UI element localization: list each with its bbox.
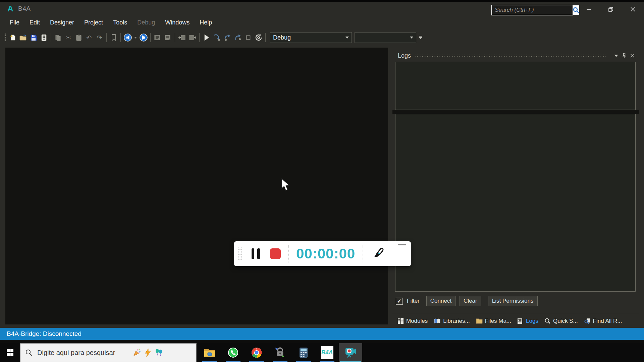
- taskbar-keepass[interactable]: [268, 343, 292, 362]
- navigate-back-dropdown[interactable]: [133, 33, 138, 43]
- recorder-timer: 00:00:00: [296, 246, 355, 262]
- clipboard-icon: [75, 34, 82, 41]
- undo-button: ↶: [84, 33, 94, 43]
- tab-label: Modules: [406, 318, 428, 324]
- keepass-icon: [274, 347, 286, 358]
- logs-splitter[interactable]: [392, 110, 639, 114]
- menu-tools[interactable]: Tools: [108, 17, 132, 28]
- toolbar-separator: [199, 33, 200, 42]
- toolbar-overflow-button[interactable]: [419, 36, 422, 39]
- stop-record-button[interactable]: [270, 248, 281, 259]
- toolbar-separator: [51, 33, 51, 42]
- ide-search-box[interactable]: [491, 5, 573, 15]
- stop-button: [243, 33, 253, 43]
- step-over-button: [222, 33, 232, 43]
- open-project-button[interactable]: [18, 33, 28, 43]
- stop-icon: [246, 35, 251, 40]
- log-summary-box[interactable]: [395, 62, 636, 110]
- taskbar-search-box[interactable]: [20, 343, 197, 362]
- filter-checkbox[interactable]: ✓: [396, 298, 403, 305]
- menu-project[interactable]: Project: [79, 17, 108, 28]
- taskbar-calculator[interactable]: [292, 343, 315, 362]
- comment-button: [152, 33, 163, 43]
- minimize-button[interactable]: [578, 2, 600, 17]
- code-editor-area[interactable]: [5, 48, 388, 324]
- status-bar: B4A-Bridge: Disconnected: [0, 328, 644, 340]
- menu-file[interactable]: File: [5, 17, 24, 28]
- windows-logo-icon: [7, 349, 13, 356]
- toolbar-separator: [120, 33, 121, 42]
- taskbar-file-explorer[interactable]: [198, 343, 221, 362]
- tab-files-manager[interactable]: Files Ma...: [473, 314, 514, 328]
- taskbar-screen-recorder[interactable]: [339, 343, 362, 362]
- copy-button: [53, 33, 63, 43]
- rebuild-button[interactable]: [253, 33, 264, 43]
- build-mode-dropdown[interactable]: Debug: [270, 32, 352, 43]
- screen-recorder-overlay[interactable]: 00:00:00: [234, 241, 411, 266]
- connect-button[interactable]: Connect: [426, 296, 455, 306]
- restore-button[interactable]: [600, 2, 622, 17]
- panel-drag-handle[interactable]: [415, 54, 608, 57]
- menu-designer[interactable]: Designer: [45, 17, 79, 28]
- recorder-drag-handle[interactable]: [237, 247, 242, 260]
- close-button[interactable]: [622, 2, 644, 17]
- b4a-icon: B4A: [321, 346, 333, 359]
- modules-icon: [397, 318, 404, 324]
- module-selector-dropdown[interactable]: [355, 32, 416, 43]
- pause-button[interactable]: [252, 248, 260, 259]
- step-over-icon: [223, 34, 231, 41]
- build-mode-value: Debug: [273, 34, 291, 41]
- save-button[interactable]: [28, 33, 39, 43]
- window-bottom-border: [0, 340, 644, 343]
- tab-logs[interactable]: Logs: [514, 314, 541, 328]
- export-project-button[interactable]: [39, 33, 49, 43]
- logs-controls: ✓ Filter Connect Clear List Permissions: [396, 296, 538, 306]
- taskbar-whatsapp[interactable]: [221, 343, 245, 362]
- paste-button: [73, 33, 84, 43]
- clear-button[interactable]: Clear: [460, 296, 481, 306]
- taskbar-chrome[interactable]: [245, 343, 268, 362]
- menu-bar: File Edit Designer Project Tools Debug W…: [0, 15, 644, 29]
- search-highlights[interactable]: [132, 348, 163, 357]
- navigate-back-button[interactable]: [122, 33, 133, 43]
- bookmark-icon: [111, 34, 117, 41]
- redo-button: ↷: [94, 33, 105, 43]
- taskbar: B4A: [0, 343, 644, 362]
- menu-edit[interactable]: Edit: [24, 17, 45, 28]
- run-button[interactable]: [201, 33, 212, 43]
- tab-label: Files Ma...: [485, 318, 511, 324]
- taskbar-search-input[interactable]: [37, 349, 132, 357]
- panel-close-button[interactable]: [628, 54, 636, 58]
- recorder-minimize-button[interactable]: [398, 244, 406, 245]
- navigate-forward-button[interactable]: [138, 33, 149, 43]
- search-input[interactable]: [492, 5, 573, 15]
- overflow-icon: [419, 36, 422, 37]
- tab-find-all-references[interactable]: Find All R...: [581, 314, 625, 328]
- panel-menu-button[interactable]: [612, 55, 620, 57]
- log-output-box[interactable]: [395, 114, 636, 292]
- menu-help[interactable]: Help: [195, 17, 217, 28]
- annotate-button[interactable]: [373, 247, 384, 260]
- new-project-button[interactable]: [7, 33, 18, 43]
- whatsapp-icon: [227, 347, 239, 358]
- copy-icon: [55, 34, 61, 41]
- chevron-down-icon: [614, 55, 618, 57]
- logs-panel: Logs ✓ Filter Connect Clear: [392, 49, 639, 328]
- folder-icon: [476, 318, 483, 324]
- chevron-down-icon: [419, 37, 422, 39]
- open-folder-icon: [19, 34, 27, 41]
- start-button[interactable]: [0, 343, 20, 362]
- tab-quick-search[interactable]: Quick S...: [541, 314, 581, 328]
- step-into-icon: [213, 34, 221, 41]
- list-permissions-button[interactable]: List Permissions: [488, 296, 538, 306]
- uncomment-icon: [164, 34, 172, 41]
- menu-windows[interactable]: Windows: [160, 17, 195, 28]
- b4a-ide-window: A B4A File Edit Designer Project Tools D…: [0, 0, 644, 362]
- tab-libraries[interactable]: Libraries...: [431, 314, 473, 328]
- tab-modules[interactable]: Modules: [394, 314, 431, 328]
- logs-panel-header[interactable]: Logs: [392, 50, 639, 61]
- panel-pin-button[interactable]: [620, 53, 628, 58]
- tab-label: Find All R...: [593, 318, 622, 324]
- toolbar-grip[interactable]: [3, 33, 6, 42]
- taskbar-b4a[interactable]: B4A: [315, 343, 339, 362]
